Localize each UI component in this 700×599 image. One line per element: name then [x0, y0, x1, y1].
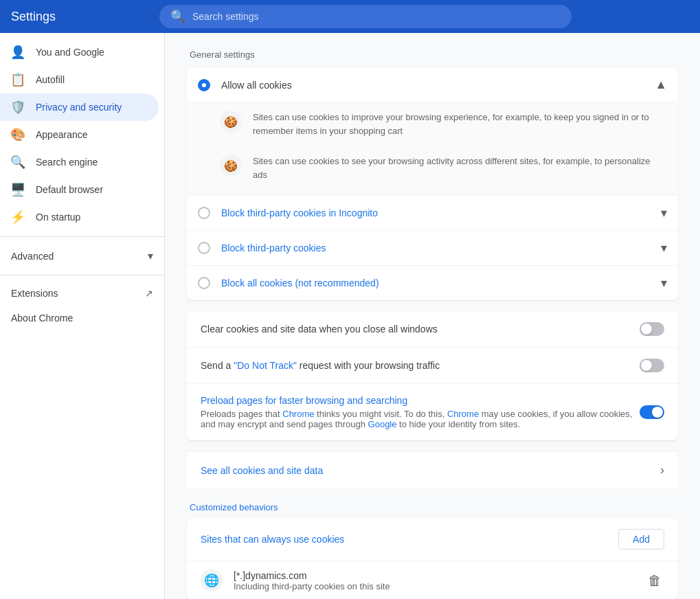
sidebar-divider-2 [0, 275, 164, 275]
toggle-rows-card: Clear cookies and site data when you clo… [187, 311, 678, 440]
sidebar-label-you-and-google: You and Google [36, 47, 104, 58]
sidebar-label-privacy: Privacy and security [36, 102, 122, 113]
block-incognito-radio[interactable] [198, 207, 210, 219]
block-third-party-label: Block third-party cookies [221, 242, 661, 253]
site-row: 🌐 [*.]dynamics.com Including third-party… [187, 561, 678, 599]
expand-icon-block-all: ▾ [661, 275, 667, 291]
cookie-detail-text-2: Sites can use cookies to see your browsi… [253, 155, 667, 181]
clear-cookies-text: Clear cookies and site data when you clo… [201, 324, 640, 335]
site-description: Including third-party cookies on this si… [234, 581, 634, 591]
sidebar-item-autofill[interactable]: 📋 Autofill [0, 66, 159, 93]
allow-all-expanded: 🍪 Sites can use cookies to improve your … [187, 102, 678, 196]
preload-row: Preload pages for faster browsing and se… [187, 384, 678, 440]
startup-icon: ⚡ [11, 210, 25, 224]
browser-icon: 🖥️ [11, 183, 25, 196]
sidebar-item-appearance[interactable]: 🎨 Appearance [0, 121, 159, 148]
see-all-cookies-row[interactable]: See all cookies and site data › [187, 451, 678, 488]
person-icon: 👤 [11, 45, 25, 59]
shield-icon: 🛡️ [11, 100, 25, 114]
site-name: [*.]dynamics.com [234, 570, 634, 581]
cookie-detail-text-1: Sites can use cookies to improve your br… [253, 111, 667, 137]
chevron-down-icon: ▾ [148, 249, 153, 262]
sidebar-item-search-engine[interactable]: 🔍 Search engine [0, 148, 159, 176]
autofill-icon: 📋 [11, 73, 25, 87]
block-incognito-label: Block third-party cookies in Incognito [221, 207, 661, 218]
allow-all-radio[interactable] [198, 79, 210, 91]
site-info: [*.]dynamics.com Including third-party c… [234, 570, 634, 591]
sites-section: Sites that can always use cookies Add 🌐 … [187, 518, 678, 599]
sidebar-item-privacy-and-security[interactable]: 🛡️ Privacy and security [0, 93, 159, 121]
cookie-detail-1: 🍪 Sites can use cookies to improve your … [220, 102, 667, 146]
block-incognito-option[interactable]: Block third-party cookies in Incognito ▾ [187, 196, 678, 231]
sidebar-item-on-startup[interactable]: ⚡ On startup [0, 203, 159, 231]
main-layout: 👤 You and Google 📋 Autofill 🛡️ Privacy a… [0, 33, 700, 599]
expand-icon-incognito: ▾ [661, 205, 667, 221]
sidebar-item-default-browser[interactable]: 🖥️ Default browser [0, 176, 159, 203]
sidebar-divider-1 [0, 236, 164, 237]
see-all-cookies-text: See all cookies and site data [201, 465, 323, 476]
cookie-detail-2: 🍪 Sites can use cookies to see your brow… [220, 146, 667, 190]
header: Settings 🔍 [0, 0, 700, 33]
preload-title: Preload pages for faster browsing and se… [201, 395, 640, 406]
block-all-radio[interactable] [198, 277, 210, 289]
do-not-track-toggle[interactable] [640, 359, 664, 372]
cookie-icon-1: 🍪 [220, 111, 242, 133]
sidebar-about-chrome[interactable]: About Chrome [0, 306, 164, 330]
site-globe-icon: 🌐 [201, 569, 223, 591]
allow-all-cookies-option[interactable]: Allow all cookies ▲ [187, 68, 678, 102]
delete-site-button[interactable]: 🗑 [645, 570, 664, 591]
arrow-right-icon: › [660, 463, 664, 477]
add-site-button[interactable]: Add [618, 529, 664, 550]
sidebar: 👤 You and Google 📋 Autofill 🛡️ Privacy a… [0, 33, 165, 599]
sidebar-label-on-startup: On startup [36, 212, 80, 223]
sidebar-label-extensions: Extensions [11, 288, 58, 299]
search-icon: 🔍 [170, 9, 185, 24]
allow-all-label: Allow all cookies [221, 80, 655, 91]
sidebar-label-search-engine: Search engine [36, 157, 98, 168]
do-not-track-text: Send a "Do Not Track" request with your … [201, 360, 640, 371]
preload-toggle[interactable] [640, 405, 664, 419]
block-third-party-option[interactable]: Block third-party cookies ▾ [187, 231, 678, 266]
expand-icon-third-party: ▾ [661, 240, 667, 256]
cookie-options-card: Allow all cookies ▲ 🍪 Sites can use cook… [187, 68, 678, 300]
preload-desc: Preloads pages that Chrome thinks you mi… [201, 409, 640, 429]
preload-text: Preload pages for faster browsing and se… [201, 395, 640, 429]
block-third-party-radio[interactable] [198, 242, 210, 254]
search-input[interactable] [192, 11, 561, 22]
clear-cookies-row: Clear cookies and site data when you clo… [187, 311, 678, 348]
do-not-track-row: Send a "Do Not Track" request with your … [187, 348, 678, 384]
block-all-label: Block all cookies (not recommended) [221, 278, 661, 289]
collapse-icon: ▲ [655, 78, 667, 92]
sidebar-label-advanced: Advanced [11, 251, 54, 262]
search-bar[interactable]: 🔍 [159, 5, 572, 28]
sidebar-extensions[interactable]: Extensions ↗ [0, 281, 164, 306]
search-engine-icon: 🔍 [11, 155, 25, 169]
app-title: Settings [11, 10, 148, 24]
cookie-icon-2: 🍪 [220, 155, 242, 177]
sidebar-label-appearance: Appearance [36, 129, 88, 140]
sites-always-label: Sites that can always use cookies [201, 534, 344, 545]
content-area: General settings Allow all cookies ▲ 🍪 S… [165, 33, 700, 599]
general-settings-label: General settings [187, 49, 678, 60]
clear-cookies-toggle[interactable] [640, 322, 664, 336]
appearance-icon: 🎨 [11, 128, 25, 142]
sidebar-label-about-chrome: About Chrome [11, 313, 73, 324]
customized-behaviors-label: Customized behaviors [187, 502, 678, 512]
sidebar-label-default-browser: Default browser [36, 184, 103, 195]
block-all-option[interactable]: Block all cookies (not recommended) ▾ [187, 266, 678, 300]
sites-header: Sites that can always use cookies Add [187, 518, 678, 561]
external-link-icon: ↗ [145, 288, 153, 299]
sidebar-label-autofill: Autofill [36, 74, 65, 85]
sidebar-advanced[interactable]: Advanced ▾ [0, 242, 164, 269]
sidebar-item-you-and-google[interactable]: 👤 You and Google [0, 38, 159, 66]
